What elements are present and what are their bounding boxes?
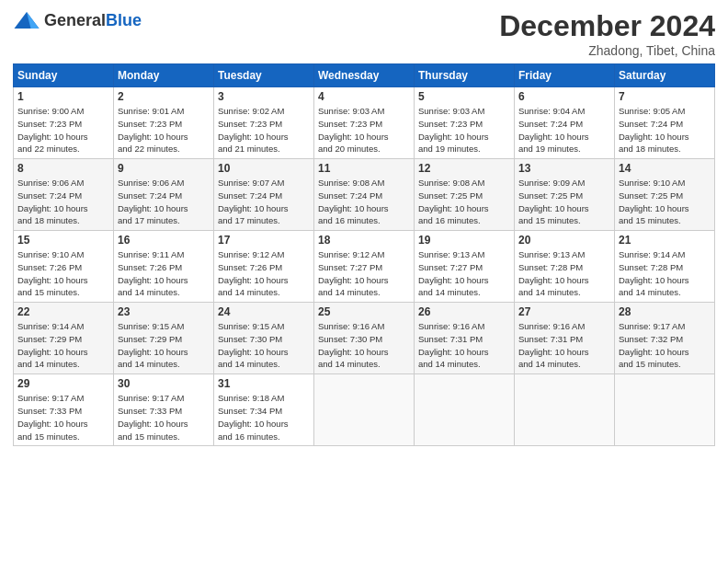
header-monday: Monday (114, 64, 214, 87)
table-row: 25Sunrise: 9:16 AM Sunset: 7:30 PM Dayli… (314, 303, 415, 374)
calendar-week-row: 8Sunrise: 9:06 AM Sunset: 7:24 PM Daylig… (14, 159, 715, 231)
day-number: 2 (118, 90, 210, 103)
header-sunday: Sunday (14, 64, 114, 87)
table-row: 11Sunrise: 9:08 AM Sunset: 7:24 PM Dayli… (314, 159, 415, 231)
day-number: 30 (118, 377, 210, 390)
header: GeneralBlue December 2024 Zhadong, Tibet… (13, 9, 715, 58)
header-thursday: Thursday (415, 64, 515, 87)
day-info: Sunrise: 9:15 AM Sunset: 7:29 PM Dayligh… (118, 320, 210, 371)
day-info: Sunrise: 9:18 AM Sunset: 7:34 PM Dayligh… (218, 392, 310, 442)
day-number: 28 (619, 305, 711, 318)
page-container: GeneralBlue December 2024 Zhadong, Tibet… (0, 0, 728, 455)
day-info: Sunrise: 9:04 AM Sunset: 7:24 PM Dayligh… (518, 105, 610, 155)
day-info: Sunrise: 9:17 AM Sunset: 7:33 PM Dayligh… (17, 392, 109, 442)
table-row: 17Sunrise: 9:12 AM Sunset: 7:26 PM Dayli… (214, 231, 314, 303)
logo-general: General (44, 11, 106, 29)
table-row: 19Sunrise: 9:13 AM Sunset: 7:27 PM Dayli… (415, 231, 515, 303)
day-number: 1 (17, 90, 109, 103)
day-info: Sunrise: 9:08 AM Sunset: 7:25 PM Dayligh… (418, 177, 510, 227)
day-number: 21 (619, 234, 711, 247)
day-info: Sunrise: 9:03 AM Sunset: 7:23 PM Dayligh… (418, 105, 510, 155)
day-number: 6 (518, 90, 610, 103)
table-row: 29Sunrise: 9:17 AM Sunset: 7:33 PM Dayli… (14, 374, 114, 446)
day-number: 10 (218, 162, 310, 175)
day-info: Sunrise: 9:15 AM Sunset: 7:30 PM Dayligh… (218, 320, 310, 371)
table-row: 18Sunrise: 9:12 AM Sunset: 7:27 PM Dayli… (314, 231, 415, 303)
calendar-title: December 2024 (499, 9, 715, 43)
header-tuesday: Tuesday (214, 64, 314, 87)
table-row: 15Sunrise: 9:10 AM Sunset: 7:26 PM Dayli… (14, 231, 114, 303)
day-info: Sunrise: 9:09 AM Sunset: 7:25 PM Dayligh… (518, 177, 610, 227)
day-info: Sunrise: 9:17 AM Sunset: 7:32 PM Dayligh… (619, 320, 711, 371)
day-number: 15 (17, 234, 109, 247)
day-info: Sunrise: 9:14 AM Sunset: 7:28 PM Dayligh… (619, 248, 711, 299)
day-number: 26 (418, 305, 510, 318)
calendar-week-row: 1Sunrise: 9:00 AM Sunset: 7:23 PM Daylig… (14, 87, 715, 159)
table-row: 4Sunrise: 9:03 AM Sunset: 7:23 PM Daylig… (314, 87, 415, 159)
day-info: Sunrise: 9:13 AM Sunset: 7:27 PM Dayligh… (418, 248, 510, 299)
day-number: 31 (218, 377, 310, 390)
day-number: 22 (17, 305, 109, 318)
day-info: Sunrise: 9:16 AM Sunset: 7:31 PM Dayligh… (518, 320, 610, 371)
day-number: 5 (418, 90, 510, 103)
day-info: Sunrise: 9:07 AM Sunset: 7:24 PM Dayligh… (218, 177, 310, 227)
table-row: 1Sunrise: 9:00 AM Sunset: 7:23 PM Daylig… (14, 87, 114, 159)
day-info: Sunrise: 9:06 AM Sunset: 7:24 PM Dayligh… (118, 177, 210, 227)
day-info: Sunrise: 9:05 AM Sunset: 7:24 PM Dayligh… (619, 105, 711, 155)
day-number: 18 (318, 234, 410, 247)
table-row: 31Sunrise: 9:18 AM Sunset: 7:34 PM Dayli… (214, 374, 314, 446)
day-number: 9 (118, 162, 210, 175)
day-info: Sunrise: 9:08 AM Sunset: 7:24 PM Dayligh… (318, 177, 410, 227)
table-row: 10Sunrise: 9:07 AM Sunset: 7:24 PM Dayli… (214, 159, 314, 231)
table-row: 2Sunrise: 9:01 AM Sunset: 7:23 PM Daylig… (114, 87, 214, 159)
day-info: Sunrise: 9:11 AM Sunset: 7:26 PM Dayligh… (118, 248, 210, 299)
logo-icon (13, 9, 40, 31)
table-row: 21Sunrise: 9:14 AM Sunset: 7:28 PM Dayli… (615, 231, 715, 303)
logo-blue: Blue (106, 11, 142, 29)
day-number: 27 (518, 305, 610, 318)
table-row: 20Sunrise: 9:13 AM Sunset: 7:28 PM Dayli… (515, 231, 615, 303)
day-info: Sunrise: 9:01 AM Sunset: 7:23 PM Dayligh… (118, 105, 210, 155)
table-row: 7Sunrise: 9:05 AM Sunset: 7:24 PM Daylig… (615, 87, 715, 159)
day-number: 3 (218, 90, 310, 103)
day-info: Sunrise: 9:16 AM Sunset: 7:31 PM Dayligh… (418, 320, 510, 371)
day-number: 16 (118, 234, 210, 247)
day-number: 4 (318, 90, 410, 103)
table-row: 22Sunrise: 9:14 AM Sunset: 7:29 PM Dayli… (14, 303, 114, 374)
header-friday: Friday (515, 64, 615, 87)
day-info: Sunrise: 9:14 AM Sunset: 7:29 PM Dayligh… (17, 320, 109, 371)
day-info: Sunrise: 9:03 AM Sunset: 7:23 PM Dayligh… (318, 105, 410, 155)
table-row: 5Sunrise: 9:03 AM Sunset: 7:23 PM Daylig… (415, 87, 515, 159)
table-row (415, 374, 515, 446)
table-row: 8Sunrise: 9:06 AM Sunset: 7:24 PM Daylig… (14, 159, 114, 231)
day-info: Sunrise: 9:12 AM Sunset: 7:26 PM Dayligh… (218, 248, 310, 299)
day-number: 8 (17, 162, 109, 175)
day-info: Sunrise: 9:13 AM Sunset: 7:28 PM Dayligh… (518, 248, 610, 299)
table-row: 9Sunrise: 9:06 AM Sunset: 7:24 PM Daylig… (114, 159, 214, 231)
table-row: 6Sunrise: 9:04 AM Sunset: 7:24 PM Daylig… (515, 87, 615, 159)
day-number: 25 (318, 305, 410, 318)
day-number: 17 (218, 234, 310, 247)
calendar-location: Zhadong, Tibet, China (499, 43, 715, 58)
day-number: 23 (118, 305, 210, 318)
table-row (314, 374, 415, 446)
logo-text: GeneralBlue (44, 11, 142, 30)
day-number: 13 (518, 162, 610, 175)
calendar-table: Sunday Monday Tuesday Wednesday Thursday… (13, 63, 715, 446)
table-row: 13Sunrise: 9:09 AM Sunset: 7:25 PM Dayli… (515, 159, 615, 231)
table-row: 16Sunrise: 9:11 AM Sunset: 7:26 PM Dayli… (114, 231, 214, 303)
day-number: 29 (17, 377, 109, 390)
header-wednesday: Wednesday (314, 64, 415, 87)
day-info: Sunrise: 9:16 AM Sunset: 7:30 PM Dayligh… (318, 320, 410, 371)
day-info: Sunrise: 9:12 AM Sunset: 7:27 PM Dayligh… (318, 248, 410, 299)
day-info: Sunrise: 9:10 AM Sunset: 7:25 PM Dayligh… (619, 177, 711, 227)
logo: GeneralBlue (13, 9, 142, 31)
table-row: 3Sunrise: 9:02 AM Sunset: 7:23 PM Daylig… (214, 87, 314, 159)
title-area: December 2024 Zhadong, Tibet, China (499, 9, 715, 58)
day-number: 24 (218, 305, 310, 318)
table-row: 26Sunrise: 9:16 AM Sunset: 7:31 PM Dayli… (415, 303, 515, 374)
table-row (615, 374, 715, 446)
day-number: 19 (418, 234, 510, 247)
day-number: 11 (318, 162, 410, 175)
table-row: 28Sunrise: 9:17 AM Sunset: 7:32 PM Dayli… (615, 303, 715, 374)
